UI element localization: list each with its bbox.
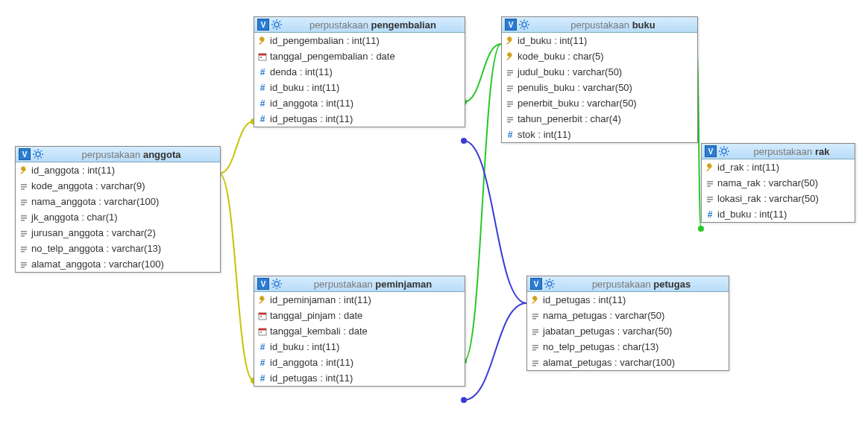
table-rak[interactable]: Vperpustakaan rakid_rak : int(11)nama_ra… — [701, 143, 855, 223]
column-row[interactable]: jk_anggota : char(1) — [16, 209, 220, 225]
column-row[interactable]: penulis_buku : varchar(50) — [502, 80, 697, 95]
svg-rect-9 — [21, 184, 27, 185]
table-header[interactable]: Vperpustakaan anggota — [16, 147, 220, 162]
svg-line-47 — [280, 280, 281, 282]
column-row[interactable]: tanggal_kembali : date — [254, 323, 465, 339]
svg-rect-93 — [532, 361, 538, 362]
column-row[interactable]: id_petugas : int(11) — [527, 292, 729, 308]
v-icon[interactable]: V — [505, 19, 517, 31]
column-text: id_buku : int(11) — [518, 35, 587, 46]
column-text: stok : int(11) — [518, 129, 571, 140]
svg-rect-17 — [21, 220, 25, 221]
v-icon[interactable]: V — [705, 145, 717, 157]
column-row[interactable]: no_telp_petugas : char(13) — [527, 339, 729, 355]
table-pengembalian[interactable]: Vperpustakaan pengembalianid_pengembalia… — [254, 16, 465, 127]
relation-line — [464, 303, 526, 400]
column-row[interactable]: #id_petugas : int(11) — [254, 370, 465, 386]
column-row[interactable]: alamat_anggota : varchar(100) — [16, 256, 220, 272]
svg-rect-106 — [707, 183, 713, 185]
gear-icon[interactable] — [271, 19, 283, 31]
table-petugas[interactable]: Vperpustakaan petugasid_petugas : int(11… — [526, 276, 729, 371]
column-row[interactable]: #id_anggota : int(11) — [254, 355, 465, 370]
relation-endpoint — [461, 397, 467, 403]
column-row[interactable]: penerbit_buku : varchar(50) — [502, 95, 697, 111]
svg-rect-90 — [532, 345, 538, 346]
column-row[interactable]: jurusan_anggota : varchar(2) — [16, 225, 220, 241]
gear-icon[interactable] — [544, 278, 556, 290]
table-anggota[interactable]: Vperpustakaan anggotaid_anggota : int(11… — [15, 146, 221, 273]
table-header[interactable]: Vperpustakaan petugas — [527, 276, 729, 292]
table-header[interactable]: Vperpustakaan buku — [502, 17, 697, 33]
gear-icon[interactable] — [271, 278, 283, 290]
svg-rect-10 — [21, 186, 27, 188]
svg-rect-69 — [507, 101, 513, 103]
v-icon[interactable]: V — [257, 278, 269, 290]
column-row[interactable]: id_pengembalian : int(11) — [254, 33, 465, 48]
column-row[interactable]: #id_buku : int(11) — [254, 80, 465, 95]
column-row[interactable]: kode_buku : char(5) — [502, 48, 697, 64]
key-icon — [705, 162, 715, 173]
column-row[interactable]: nama_rak : varchar(50) — [702, 175, 855, 191]
svg-line-45 — [280, 287, 281, 288]
column-text: id_buku : int(11) — [270, 341, 339, 352]
key-icon — [257, 36, 268, 46]
svg-line-59 — [521, 21, 522, 22]
column-row[interactable]: id_rak : int(11) — [702, 159, 855, 175]
svg-rect-52 — [259, 328, 266, 331]
svg-rect-12 — [21, 200, 27, 201]
column-text: no_telp_petugas : char(13) — [543, 341, 658, 352]
v-icon[interactable]: V — [530, 278, 542, 290]
column-text: jabatan_petugas : varchar(50) — [543, 326, 672, 337]
column-row[interactable]: #id_anggota : int(11) — [254, 95, 465, 111]
svg-rect-73 — [507, 119, 513, 121]
column-text: alamat_anggota : varchar(100) — [31, 258, 164, 270]
column-row[interactable]: #id_buku : int(11) — [254, 339, 465, 355]
table-peminjaman[interactable]: Vperpustakaan peminjamanid_peminjaman : … — [254, 276, 465, 387]
column-row[interactable]: nama_petugas : varchar(50) — [527, 308, 729, 323]
gear-icon[interactable] — [718, 145, 730, 157]
relation-line — [464, 141, 526, 303]
svg-rect-26 — [21, 267, 25, 268]
column-row[interactable]: tanggal_pinjam : date — [254, 308, 465, 323]
gear-icon[interactable] — [518, 19, 530, 31]
column-text: tanggal_kembali : date — [270, 326, 368, 337]
svg-line-33 — [280, 28, 281, 29]
svg-rect-87 — [532, 329, 538, 331]
svg-line-6 — [41, 157, 43, 159]
column-text: id_buku : int(11) — [717, 209, 787, 220]
svg-rect-50 — [260, 316, 262, 317]
svg-rect-22 — [21, 249, 27, 250]
gear-icon[interactable] — [32, 148, 44, 160]
column-row[interactable]: id_peminjaman : int(11) — [254, 292, 465, 308]
table-header[interactable]: Vperpustakaan pengembalian — [254, 17, 465, 33]
svg-rect-108 — [707, 197, 713, 198]
column-row[interactable]: jabatan_petugas : varchar(50) — [527, 323, 729, 339]
column-row[interactable]: lokasi_rak : varchar(50) — [702, 191, 855, 206]
column-row[interactable]: alamat_petugas : varchar(100) — [527, 355, 729, 370]
svg-rect-18 — [21, 231, 27, 232]
column-row[interactable]: kode_anggota : varchar(9) — [16, 178, 220, 194]
column-row[interactable]: #denda : int(11) — [254, 64, 465, 80]
column-row[interactable]: judul_buku : varchar(50) — [502, 64, 697, 80]
v-icon[interactable]: V — [257, 19, 269, 31]
column-row[interactable]: #id_petugas : int(11) — [254, 111, 465, 127]
table-header[interactable]: Vperpustakaan rak — [702, 144, 855, 159]
svg-line-61 — [521, 28, 522, 29]
column-text: id_buku : int(11) — [270, 82, 339, 93]
column-row[interactable]: no_telp_anggota : varchar(13) — [16, 241, 220, 256]
column-row[interactable]: id_buku : int(11) — [502, 33, 697, 48]
text-column-icon — [705, 194, 715, 204]
relation-endpoint — [698, 226, 704, 232]
column-row[interactable]: id_anggota : int(11) — [16, 162, 220, 178]
key-icon — [19, 165, 29, 176]
number-column-icon: # — [257, 114, 268, 124]
column-row[interactable]: tanggal_pengembalian : date — [254, 48, 465, 64]
column-row[interactable]: tahun_penerbit : char(4) — [502, 111, 697, 127]
column-row[interactable]: #stok : int(11) — [502, 127, 697, 142]
table-header[interactable]: Vperpustakaan peminjaman — [254, 276, 465, 292]
table-buku[interactable]: Vperpustakaan bukuid_buku : int(11)kode_… — [501, 16, 698, 143]
key-icon — [530, 295, 541, 305]
column-row[interactable]: #id_buku : int(11) — [702, 206, 855, 222]
column-row[interactable]: nama_anggota : varchar(100) — [16, 194, 220, 209]
v-icon[interactable]: V — [19, 148, 31, 160]
